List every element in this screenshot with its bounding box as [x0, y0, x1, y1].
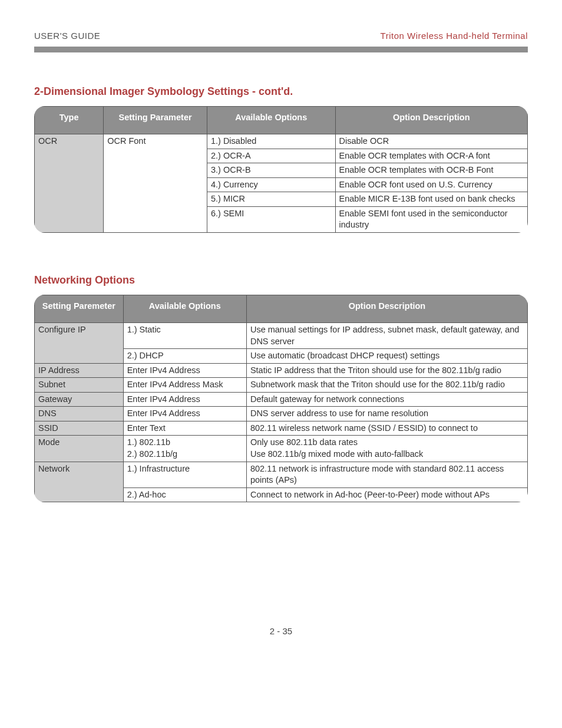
col-type: Type — [35, 107, 104, 134]
cell-desc: Default gateway for network connections — [246, 392, 527, 407]
cell-option: 6.) SEMI — [207, 206, 335, 232]
header-right: Triton Wireless Hand-held Terminal — [381, 31, 528, 41]
cell-desc: Disable OCR — [335, 134, 527, 149]
cell-desc: Use automatic (broadcast DHCP request) s… — [246, 349, 527, 364]
cell-option: Enter IPv4 Address — [123, 407, 246, 421]
cell-option: Enter Text — [123, 421, 246, 436]
networking-table: Setting Paremeter Available Options Opti… — [34, 295, 528, 502]
cell-option: 1.) Disabled — [207, 134, 335, 149]
table-header-row: Type Setting Parameter Available Options… — [35, 107, 528, 134]
table2-wrap: Setting Paremeter Available Options Opti… — [34, 295, 528, 502]
section1-title: 2-Dimensional Imager Symbology Settings … — [34, 85, 528, 98]
cell-param: IP Address — [35, 363, 124, 378]
cell-param: SSID — [35, 421, 124, 436]
cell-param: Subnet — [35, 378, 124, 393]
cell-desc: Enable SEMI font used in the semiconduct… — [335, 206, 527, 232]
col-options: Available Options — [207, 107, 335, 134]
col-param: Setting Paremeter — [35, 295, 124, 322]
header-divider — [34, 47, 528, 52]
table-row: Subnet Enter IPv4 Address Mask Subnetwor… — [35, 378, 528, 393]
cell-option: 5.) MICR — [207, 192, 335, 207]
cell-param: Configure IP — [35, 322, 124, 363]
cell-param: Gateway — [35, 392, 124, 407]
cell-param: OCR Font — [104, 134, 207, 233]
col-param: Setting Parameter — [104, 107, 207, 134]
table-row: Mode 1.) 802.11b 2.) 802.11b/g Only use … — [35, 436, 528, 462]
cell-desc: Use manual settings for IP address, subn… — [246, 322, 527, 348]
page-number: 2 - 35 — [34, 626, 528, 636]
cell-desc: Subnetwork mask that the Triton should u… — [246, 378, 527, 393]
col-desc: Option Description — [246, 295, 527, 322]
table-row: DNS Enter IPv4 Address DNS server addres… — [35, 407, 528, 421]
table-row: SSID Enter Text 802.11 wireless network … — [35, 421, 528, 436]
cell-desc: Enable OCR templates with OCR-B Font — [335, 163, 527, 178]
cell-option: 2.) OCR-A — [207, 149, 335, 163]
cell-option: Enter IPv4 Address — [123, 392, 246, 407]
cell-option: 4.) Currency — [207, 177, 335, 192]
cell-option: 2.) DHCP — [123, 349, 246, 364]
cell-option: 1.) 802.11b 2.) 802.11b/g — [123, 436, 246, 462]
table-row: Gateway Enter IPv4 Address Default gatew… — [35, 392, 528, 407]
table-row: Network 1.) Infrastructure 802.11 networ… — [35, 462, 528, 487]
cell-param: Network — [35, 462, 124, 502]
cell-desc: Enable OCR templates with OCR-A font — [335, 149, 527, 163]
col-options: Available Options — [123, 295, 246, 322]
cell-option: 2.) Ad-hoc — [123, 487, 246, 502]
cell-option: Enter IPv4 Address Mask — [123, 378, 246, 393]
cell-desc: DNS server address to use for name resol… — [246, 407, 527, 421]
cell-param: DNS — [35, 407, 124, 421]
cell-param: Mode — [35, 436, 124, 462]
cell-option: 1.) Infrastructure — [123, 462, 246, 487]
section2-title: Networking Options — [34, 274, 528, 286]
cell-desc: 802.11 network is infrastructure mode wi… — [246, 462, 527, 487]
cell-desc: Enable MICR E-13B font used on bank chec… — [335, 192, 527, 207]
cell-desc: 802.11 wireless network name (SSID / ESS… — [246, 421, 527, 436]
cell-option: 3.) OCR-B — [207, 163, 335, 178]
table1-wrap: Type Setting Parameter Available Options… — [34, 106, 528, 233]
cell-option: Enter IPv4 Address — [123, 363, 246, 378]
cell-desc: Enable OCR font used on U.S. Currency — [335, 177, 527, 192]
header-left: USER'S GUIDE — [34, 31, 100, 41]
cell-desc: Static IP address that the Triton should… — [246, 363, 527, 378]
cell-option: 1.) Static — [123, 322, 246, 348]
col-desc: Option Description — [335, 107, 527, 134]
table-header-row: Setting Paremeter Available Options Opti… — [35, 295, 528, 322]
table-row: Configure IP 1.) Static Use manual setti… — [35, 322, 528, 348]
cell-desc: Connect to network in Ad-hoc (Peer-to-Pe… — [246, 487, 527, 502]
page-header: USER'S GUIDE Triton Wireless Hand-held T… — [34, 31, 528, 41]
symbology-table: Type Setting Parameter Available Options… — [34, 106, 528, 233]
table-row: IP Address Enter IPv4 Address Static IP … — [35, 363, 528, 378]
table-row: OCR OCR Font 1.) Disabled Disable OCR — [35, 134, 528, 149]
cell-type: OCR — [35, 134, 104, 233]
cell-desc: Only use 802.11b data rates Use 802.11b/… — [246, 436, 527, 462]
document-page: USER'S GUIDE Triton Wireless Hand-held T… — [0, 0, 562, 660]
